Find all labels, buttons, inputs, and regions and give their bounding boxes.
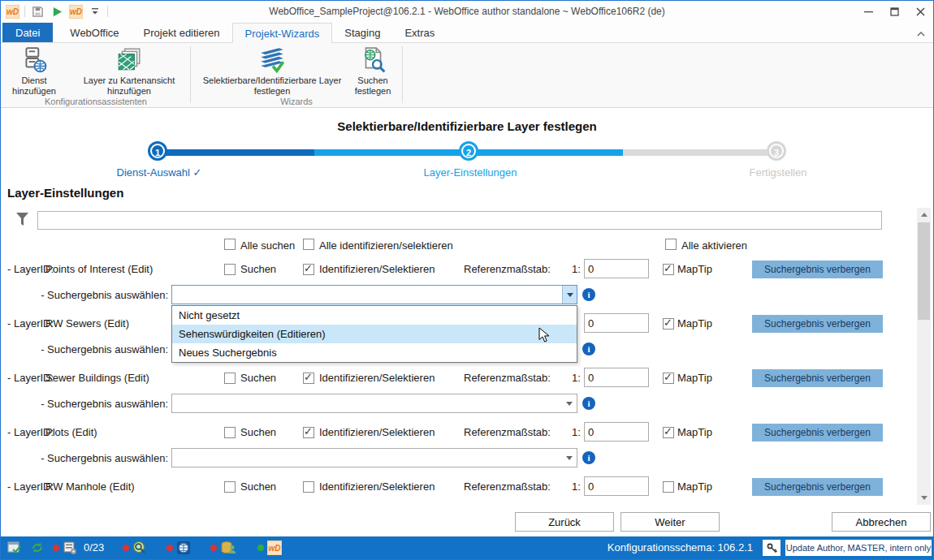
tab-projekt-editieren[interactable]: Projekt editieren	[132, 23, 232, 42]
hide-searchresult-button[interactable]: Suchergebnis verbergen	[752, 424, 883, 442]
scroll-down-icon[interactable]	[917, 491, 931, 505]
window-title: WebOffice_SampleProject@106.2.1 - WebOff…	[1, 6, 933, 17]
select-result-label: - Suchergebnis auswählen:	[33, 452, 168, 464]
filter-input[interactable]	[37, 211, 882, 230]
cancel-button[interactable]: Abbrechen	[832, 512, 931, 532]
title-bar: wD wD WebOffice_SampleProject@106.2.1 - …	[1, 1, 933, 23]
info-icon[interactable]: i	[582, 397, 595, 410]
key-button[interactable]	[763, 540, 780, 556]
refscale-input[interactable]	[584, 313, 649, 333]
layer-row: - LayerID: Plots (Edit) Suchen Identifiz…	[1, 422, 933, 443]
combobox-arrow-icon[interactable]	[562, 449, 577, 467]
searchresult-combobox[interactable]	[171, 394, 577, 413]
close-button[interactable]	[907, 1, 933, 23]
set-selectable-layers-button[interactable]: Selektierbare/Identifizierbare Layer fes…	[196, 45, 348, 97]
dropdown-option[interactable]: Sehenswürdigkeiten (Editieren)	[172, 325, 577, 343]
identify-checkbox[interactable]	[303, 427, 314, 438]
globe-service-icon	[176, 541, 191, 555]
search-checkbox[interactable]	[224, 481, 236, 493]
hide-searchresult-button[interactable]: Suchergebnis verbergen	[752, 261, 883, 278]
identify-checkbox[interactable]	[303, 373, 314, 384]
hide-searchresult-button[interactable]: Suchergebnis verbergen	[752, 315, 883, 333]
selectable-layers-icon	[258, 45, 286, 73]
search-checkbox[interactable]	[224, 264, 236, 275]
back-button[interactable]: Zurück	[515, 512, 614, 532]
all-identify-checkbox[interactable]	[303, 239, 314, 250]
mouse-cursor	[538, 327, 550, 346]
refscale-input[interactable]	[584, 259, 649, 278]
info-icon[interactable]: i	[582, 288, 595, 301]
refscale-input[interactable]	[584, 368, 649, 387]
refscale-input[interactable]	[584, 422, 649, 442]
status-counter: 0/23	[84, 541, 104, 554]
all-identify-label: Alle identifizieren/selektieren	[319, 239, 453, 252]
tab-projekt-wizards[interactable]: Projekt-Wizards	[232, 23, 333, 43]
add-service-button[interactable]: Dienst hinzufügen	[7, 45, 61, 97]
combobox-arrow-icon[interactable]	[562, 286, 577, 304]
next-button[interactable]: Weiter	[621, 512, 720, 532]
layer-name: Points of Interest (Edit)	[45, 263, 153, 275]
hide-searchresult-button[interactable]: Suchergebnis verbergen	[752, 369, 883, 387]
maptip-label: MapTip	[677, 480, 712, 493]
maptip-checkbox[interactable]	[663, 318, 674, 330]
step-3-circle: 3	[769, 144, 784, 158]
maptip-checkbox[interactable]	[663, 373, 674, 384]
tab-weboffice[interactable]: WebOffice	[58, 23, 131, 42]
add-layer-to-mapview-button[interactable]: Layer zu Kartenansicht hinzufügen	[69, 45, 189, 97]
search-label: Suchen	[240, 263, 276, 275]
wizard-title: Selektierbare/Identifizierbare Layer fes…	[1, 119, 933, 133]
maximize-button[interactable]	[881, 1, 907, 23]
tab-extras[interactable]: Extras	[392, 23, 447, 42]
maptip-checkbox[interactable]	[663, 264, 674, 275]
divider	[402, 46, 403, 103]
divider	[190, 46, 191, 103]
refscale-input[interactable]	[584, 476, 649, 496]
all-search-checkbox[interactable]	[224, 239, 236, 250]
combobox-arrow-icon[interactable]	[562, 394, 577, 412]
maptip-checkbox[interactable]	[663, 427, 674, 438]
dropdown-option[interactable]: Nicht gesetzt	[172, 306, 577, 325]
maptip-label: MapTip	[677, 372, 712, 384]
layer-row: - LayerID: Sewer Buildings (Edit) Suchen…	[1, 368, 933, 389]
ribbon-button-label: Layer zu Kartenansicht hinzufügen	[69, 75, 189, 97]
scrollbar-thumb[interactable]	[918, 222, 930, 320]
step-1-circle: 1	[150, 144, 165, 158]
identify-checkbox[interactable]	[303, 264, 314, 275]
search-checkbox[interactable]	[224, 427, 236, 438]
info-icon[interactable]: i	[582, 342, 595, 355]
ribbon-button-label: Suchen festlegen	[348, 75, 397, 97]
dropdown-option[interactable]: Neues Suchergebnis	[172, 343, 577, 362]
scroll-up-icon[interactable]	[917, 208, 931, 222]
layer-name: RW Sewers (Edit)	[45, 317, 129, 330]
update-author-button[interactable]: Update Author, MASTER, intern only	[785, 540, 932, 556]
maptip-checkbox[interactable]	[663, 481, 674, 493]
search-label: Suchen	[240, 372, 276, 384]
all-activate-checkbox[interactable]	[665, 239, 677, 250]
ribbon-group-label: Wizards	[192, 97, 401, 106]
minimize-button[interactable]	[855, 1, 881, 23]
search-settings-icon	[359, 45, 387, 73]
vertical-scrollbar[interactable]	[917, 208, 931, 505]
section-title: Layer-Einstellungen	[7, 186, 123, 200]
set-searches-button[interactable]: Suchen festlegen	[348, 45, 397, 97]
collapse-ribbon-icon[interactable]	[917, 28, 925, 40]
progress-segment-done	[159, 149, 314, 156]
searchresult-combobox[interactable]	[171, 448, 577, 467]
identify-checkbox[interactable]	[303, 481, 314, 493]
scale-prefix: 1:	[572, 263, 581, 275]
tab-datei[interactable]: Datei	[2, 23, 53, 42]
refscale-label: Referenzmaßstab:	[464, 480, 551, 493]
maptip-label: MapTip	[677, 317, 712, 330]
status-dot-red	[53, 545, 59, 551]
searchresult-combobox[interactable]	[171, 285, 577, 304]
info-icon[interactable]: i	[582, 451, 595, 464]
step-1-label: Dienst-Auswahl ✓	[86, 166, 232, 179]
layer-name: RW Manhole (Edit)	[45, 480, 135, 493]
hide-searchresult-button[interactable]: Suchergebnis verbergen	[752, 478, 883, 496]
tab-staging[interactable]: Staging	[332, 23, 392, 42]
all-search-label: Alle suchen	[240, 239, 295, 252]
add-service-icon	[20, 45, 48, 73]
search-checkbox[interactable]	[224, 373, 236, 384]
ribbon-tabstrip: Datei WebOffice Projekt editieren Projek…	[1, 23, 933, 42]
ribbon-group-label: Konfigurationsassistenten	[2, 97, 189, 106]
